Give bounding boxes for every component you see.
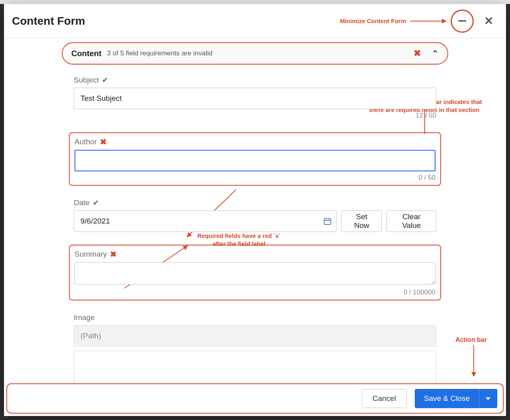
- date-input[interactable]: [74, 210, 337, 232]
- check-icon: ✔: [93, 198, 99, 207]
- save-and-close-button[interactable]: Save & Close: [415, 389, 479, 408]
- field-image: Image (Path): [62, 312, 448, 383]
- date-input-wrap: [74, 210, 337, 232]
- clear-value-button[interactable]: Clear Value: [386, 210, 436, 232]
- image-path-placeholder: (Path): [80, 332, 101, 340]
- error-icon: ✖: [110, 249, 117, 259]
- subject-label-row: Subject ✔: [74, 76, 436, 84]
- author-label: Author: [75, 137, 97, 146]
- summary-label: Summary: [75, 250, 107, 259]
- date-row: Set Now Clear Value: [74, 210, 436, 232]
- save-dropdown-toggle[interactable]: [479, 389, 497, 408]
- minimize-icon[interactable]: [458, 20, 466, 22]
- date-label-row: Date ✔: [74, 198, 436, 207]
- image-label: Image: [74, 313, 95, 322]
- collapse-icon[interactable]: ⌃: [432, 49, 439, 58]
- section-error-icon: ✖: [414, 48, 421, 59]
- minimize-highlight-circle: [451, 10, 474, 33]
- modal-header: Content Form Minimize Content Form ✕: [4, 4, 506, 38]
- summary-counter: 0 / 100000: [75, 289, 435, 296]
- summary-label-row: Summary ✖: [75, 249, 435, 259]
- subject-label: Subject: [74, 76, 99, 84]
- author-label-row: Author ✖: [75, 137, 435, 147]
- action-bar: Cancel Save & Close: [6, 383, 504, 414]
- close-icon[interactable]: ✕: [482, 13, 496, 29]
- section-title: Content: [71, 49, 102, 58]
- action-bar-annotation: Action bar: [455, 336, 487, 343]
- svg-rect-0: [324, 219, 331, 225]
- field-subject: Subject ✔ 12 / 50: [62, 74, 448, 121]
- subject-input[interactable]: [74, 88, 436, 109]
- background-app: [0, 0, 510, 4]
- check-icon: ✔: [102, 76, 108, 84]
- date-label: Date: [74, 198, 90, 207]
- author-input[interactable]: [75, 150, 435, 171]
- annotation-arrow-right: [410, 21, 446, 22]
- field-date: Date ✔ Set Now Clear Value: [62, 197, 448, 234]
- chevron-down-icon: [486, 397, 490, 400]
- author-counter: 0 / 50: [75, 174, 435, 182]
- image-path-input[interactable]: (Path): [74, 325, 436, 347]
- section-status: 3 of 5 field requirements are invalid: [107, 49, 213, 57]
- field-summary: Summary ✖ 0 / 100000: [69, 245, 441, 300]
- image-drop-area[interactable]: [74, 351, 436, 383]
- minimize-annotation: Minimize Content Form: [340, 18, 406, 24]
- content-form-modal: Content Form Minimize Content Form ✕ A r…: [4, 4, 506, 416]
- summary-input[interactable]: [75, 262, 435, 285]
- save-button-group: Save & Close: [415, 389, 497, 408]
- field-author: Author ✖ 0 / 50: [69, 132, 441, 186]
- cancel-button[interactable]: Cancel: [362, 389, 407, 408]
- modal-title: Content Form: [12, 15, 85, 27]
- subject-counter: 12 / 50: [74, 112, 436, 120]
- calendar-icon[interactable]: [323, 217, 332, 226]
- form-column: Content 3 of 5 field requirements are in…: [62, 38, 448, 383]
- error-icon: ✖: [100, 137, 107, 147]
- section-bar-content[interactable]: Content 3 of 5 field requirements are in…: [62, 42, 448, 65]
- modal-body: A red `x` in the section bar indicates t…: [4, 38, 506, 383]
- set-now-button[interactable]: Set Now: [341, 210, 382, 232]
- image-label-row: Image: [74, 313, 436, 322]
- action-bar-annotation-arrow: [473, 345, 474, 376]
